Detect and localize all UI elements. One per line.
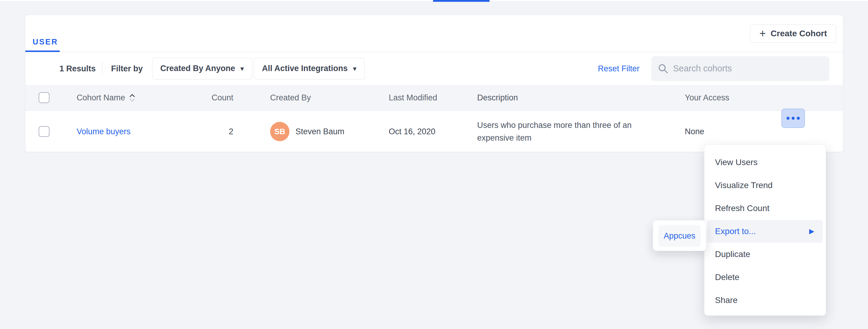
search-input[interactable] bbox=[673, 63, 823, 74]
top-tabs-strip bbox=[0, 0, 868, 1]
row-checkbox[interactable] bbox=[39, 126, 50, 137]
filter-bar: 1 Results Filter by Created By Anyone ▾ … bbox=[25, 52, 843, 85]
chevron-down-icon: ▾ bbox=[353, 65, 356, 72]
created-by-name: Steven Baum bbox=[296, 127, 344, 136]
column-cohort-name-label: Cohort Name bbox=[77, 93, 125, 103]
more-dots-icon bbox=[797, 117, 800, 120]
search-icon bbox=[658, 63, 668, 74]
results-count: 1 Results bbox=[59, 64, 96, 73]
table-header: Cohort Name Count Created By Last Modifi… bbox=[25, 85, 843, 111]
column-your-access: Your Access bbox=[685, 93, 730, 103]
menu-item-share[interactable]: Share bbox=[707, 289, 823, 312]
active-tab-indicator bbox=[433, 0, 490, 2]
menu-item-view-users[interactable]: View Users bbox=[707, 151, 823, 174]
access-cell: None bbox=[685, 127, 705, 136]
row-context-menu: View Users Visualize Trend Refresh Count… bbox=[704, 144, 826, 316]
more-dots-icon bbox=[786, 117, 789, 120]
filter-divider bbox=[102, 62, 102, 75]
integrations-dropdown-label: All Active Integrations bbox=[262, 64, 348, 73]
cohorts-card: USER + Create Cohort 1 Results Filter by… bbox=[25, 15, 843, 152]
avatar: SB bbox=[270, 122, 289, 141]
export-submenu: Appcues bbox=[653, 220, 706, 251]
row-more-button[interactable] bbox=[781, 109, 805, 128]
more-dots-icon bbox=[792, 117, 795, 120]
last-modified-cell: Oct 16, 2020 bbox=[389, 127, 435, 136]
search-box bbox=[651, 56, 829, 81]
column-last-modified: Last Modified bbox=[389, 93, 437, 103]
tab-user[interactable]: USER bbox=[33, 37, 58, 47]
menu-item-export-to-label: Export to... bbox=[715, 226, 809, 236]
column-count: Count bbox=[182, 93, 233, 103]
created-by-dropdown-label: Created By Anyone bbox=[160, 64, 235, 73]
filter-by-label: Filter by bbox=[111, 64, 143, 73]
created-by-dropdown[interactable]: Created By Anyone ▾ bbox=[152, 58, 252, 80]
menu-item-refresh-count[interactable]: Refresh Count bbox=[707, 197, 823, 220]
menu-item-duplicate[interactable]: Duplicate bbox=[707, 243, 823, 266]
chevron-down-icon: ▾ bbox=[241, 65, 244, 72]
cohort-count: 2 bbox=[182, 127, 233, 136]
plus-icon: + bbox=[760, 28, 766, 39]
description-cell: Users who purchase more than three of an… bbox=[477, 119, 651, 144]
create-cohort-label: Create Cohort bbox=[771, 29, 827, 38]
submenu-item-appcues[interactable]: Appcues bbox=[658, 225, 701, 247]
sort-icon[interactable] bbox=[129, 93, 135, 102]
reset-filter-link[interactable]: Reset Filter bbox=[598, 64, 640, 73]
menu-item-visualize-trend[interactable]: Visualize Trend bbox=[707, 174, 823, 197]
menu-item-export-to[interactable]: Export to... ▶ bbox=[707, 220, 823, 243]
cohort-name-link[interactable]: Volume buyers bbox=[77, 127, 131, 136]
submenu-arrow-icon: ▶ bbox=[809, 228, 814, 235]
select-all-checkbox[interactable] bbox=[39, 92, 50, 103]
menu-item-delete[interactable]: Delete bbox=[707, 266, 823, 289]
card-tabbar: USER + Create Cohort bbox=[25, 15, 843, 52]
column-description: Description bbox=[477, 91, 651, 104]
create-cohort-button[interactable]: + Create Cohort bbox=[750, 25, 836, 43]
integrations-dropdown[interactable]: All Active Integrations ▾ bbox=[254, 58, 365, 80]
created-by-cell: SB Steven Baum bbox=[270, 122, 344, 141]
column-created-by: Created By bbox=[270, 93, 311, 103]
column-cohort-name[interactable]: Cohort Name bbox=[77, 93, 135, 103]
